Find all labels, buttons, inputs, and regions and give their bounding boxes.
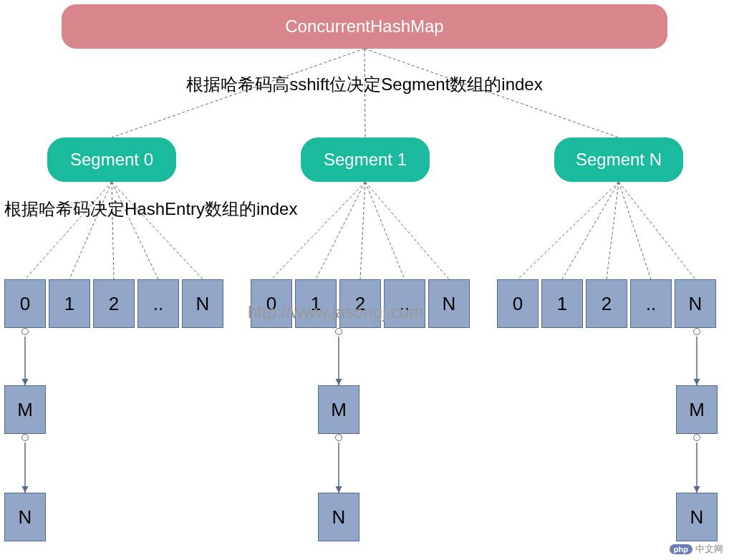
- segment-1: Segment 1: [301, 137, 430, 182]
- array-cell: N: [675, 279, 716, 328]
- array-cell: 1: [49, 279, 90, 328]
- hashentry-index-rule-label: 根据哈希码决定HashEntry数组的index: [4, 198, 297, 221]
- php-badge: php: [670, 544, 692, 554]
- chain-node-n: N: [318, 493, 359, 541]
- svg-line-14: [562, 182, 619, 279]
- hashentry-array-0: 0 1 2 .. N: [4, 279, 223, 328]
- array-cell: 2: [586, 279, 627, 328]
- chain-node-n: N: [4, 493, 46, 541]
- segment-n: Segment N: [554, 137, 683, 182]
- footer-text: 中文网: [695, 543, 723, 556]
- array-cell: N: [182, 279, 223, 328]
- hashentry-array-n: 0 1 2 .. N: [497, 279, 716, 328]
- segment-index-rule-label: 根据哈希码高sshift位决定Segment数组的index: [0, 73, 729, 96]
- svg-line-8: [271, 182, 365, 279]
- svg-line-15: [607, 182, 619, 279]
- array-cell: 1: [541, 279, 583, 328]
- svg-line-10: [360, 182, 365, 279]
- connector-circle: [693, 328, 700, 335]
- footer-logo: php 中文网: [670, 543, 723, 556]
- svg-line-11: [365, 182, 405, 279]
- svg-line-17: [619, 182, 695, 279]
- array-cell: N: [428, 279, 470, 328]
- segment-0: Segment 0: [47, 137, 176, 182]
- svg-line-7: [112, 182, 203, 279]
- svg-line-9: [316, 182, 365, 279]
- svg-line-16: [619, 182, 651, 279]
- array-cell: ..: [630, 279, 672, 328]
- chain-node-n: N: [676, 493, 718, 541]
- array-cell: 0: [4, 279, 46, 328]
- root-node: ConcurrentHashMap: [62, 4, 667, 49]
- connector-circle: [335, 328, 342, 335]
- svg-line-3: [25, 182, 112, 279]
- chain-node-m: M: [4, 385, 46, 434]
- connector-circle: [21, 328, 29, 335]
- root-title: ConcurrentHashMap: [285, 16, 443, 37]
- connector-circle: [21, 434, 29, 441]
- array-cell: 0: [497, 279, 539, 328]
- segment-label: Segment 1: [324, 150, 407, 170]
- svg-line-12: [365, 182, 449, 279]
- segment-label: Segment N: [576, 150, 662, 170]
- array-cell: 2: [93, 279, 135, 328]
- watermark-text: http://www.jasongj.com: [248, 302, 423, 322]
- svg-line-13: [518, 182, 619, 279]
- connector-circle: [693, 434, 700, 441]
- svg-line-5: [112, 182, 114, 279]
- array-cell: ..: [137, 279, 179, 328]
- svg-line-6: [112, 182, 158, 279]
- svg-line-4: [69, 182, 112, 279]
- connector-circle: [335, 434, 342, 441]
- chain-node-m: M: [676, 385, 718, 434]
- segment-label: Segment 0: [70, 150, 153, 170]
- chain-node-m: M: [318, 385, 359, 434]
